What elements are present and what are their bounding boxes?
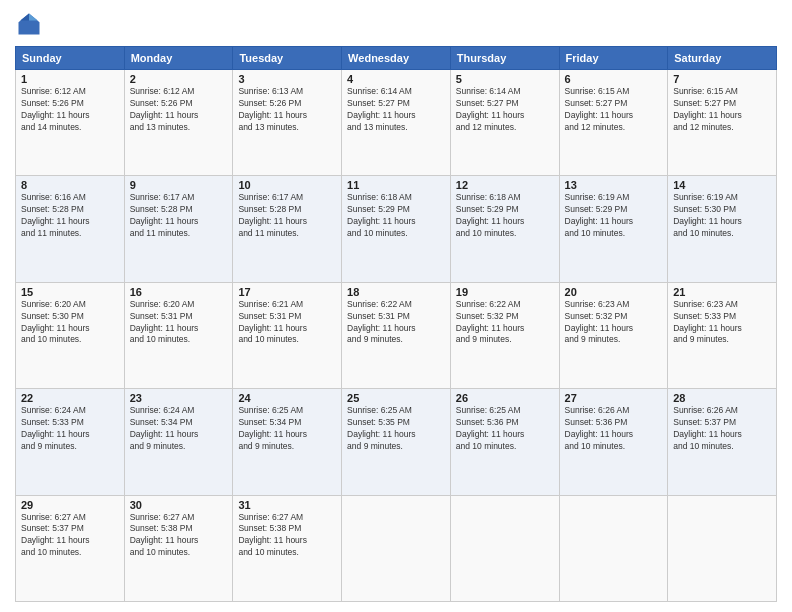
day-cell: 18Sunrise: 6:22 AMSunset: 5:31 PMDayligh… bbox=[342, 282, 451, 388]
day-number: 29 bbox=[21, 499, 119, 511]
day-cell: 20Sunrise: 6:23 AMSunset: 5:32 PMDayligh… bbox=[559, 282, 668, 388]
day-cell: 2Sunrise: 6:12 AMSunset: 5:26 PMDaylight… bbox=[124, 70, 233, 176]
week-row-2: 8Sunrise: 6:16 AMSunset: 5:28 PMDaylight… bbox=[16, 176, 777, 282]
day-cell: 28Sunrise: 6:26 AMSunset: 5:37 PMDayligh… bbox=[668, 389, 777, 495]
day-number: 7 bbox=[673, 73, 771, 85]
week-row-4: 22Sunrise: 6:24 AMSunset: 5:33 PMDayligh… bbox=[16, 389, 777, 495]
day-number: 21 bbox=[673, 286, 771, 298]
week-row-3: 15Sunrise: 6:20 AMSunset: 5:30 PMDayligh… bbox=[16, 282, 777, 388]
day-cell: 19Sunrise: 6:22 AMSunset: 5:32 PMDayligh… bbox=[450, 282, 559, 388]
day-number: 16 bbox=[130, 286, 228, 298]
day-info: Sunrise: 6:26 AMSunset: 5:37 PMDaylight:… bbox=[673, 405, 771, 453]
day-info: Sunrise: 6:15 AMSunset: 5:27 PMDaylight:… bbox=[565, 86, 663, 134]
day-info: Sunrise: 6:26 AMSunset: 5:36 PMDaylight:… bbox=[565, 405, 663, 453]
day-cell: 12Sunrise: 6:18 AMSunset: 5:29 PMDayligh… bbox=[450, 176, 559, 282]
day-cell bbox=[668, 495, 777, 601]
day-info: Sunrise: 6:15 AMSunset: 5:27 PMDaylight:… bbox=[673, 86, 771, 134]
logo bbox=[15, 10, 47, 38]
day-number: 9 bbox=[130, 179, 228, 191]
day-number: 6 bbox=[565, 73, 663, 85]
day-cell: 27Sunrise: 6:26 AMSunset: 5:36 PMDayligh… bbox=[559, 389, 668, 495]
day-info: Sunrise: 6:12 AMSunset: 5:26 PMDaylight:… bbox=[130, 86, 228, 134]
day-cell: 10Sunrise: 6:17 AMSunset: 5:28 PMDayligh… bbox=[233, 176, 342, 282]
day-number: 28 bbox=[673, 392, 771, 404]
day-cell: 31Sunrise: 6:27 AMSunset: 5:38 PMDayligh… bbox=[233, 495, 342, 601]
day-cell: 8Sunrise: 6:16 AMSunset: 5:28 PMDaylight… bbox=[16, 176, 125, 282]
day-info: Sunrise: 6:20 AMSunset: 5:31 PMDaylight:… bbox=[130, 299, 228, 347]
day-number: 27 bbox=[565, 392, 663, 404]
day-info: Sunrise: 6:17 AMSunset: 5:28 PMDaylight:… bbox=[238, 192, 336, 240]
column-header-monday: Monday bbox=[124, 47, 233, 70]
day-info: Sunrise: 6:24 AMSunset: 5:33 PMDaylight:… bbox=[21, 405, 119, 453]
day-number: 17 bbox=[238, 286, 336, 298]
day-info: Sunrise: 6:23 AMSunset: 5:32 PMDaylight:… bbox=[565, 299, 663, 347]
day-cell: 15Sunrise: 6:20 AMSunset: 5:30 PMDayligh… bbox=[16, 282, 125, 388]
day-number: 11 bbox=[347, 179, 445, 191]
day-cell: 24Sunrise: 6:25 AMSunset: 5:34 PMDayligh… bbox=[233, 389, 342, 495]
day-info: Sunrise: 6:22 AMSunset: 5:31 PMDaylight:… bbox=[347, 299, 445, 347]
day-number: 12 bbox=[456, 179, 554, 191]
column-header-friday: Friday bbox=[559, 47, 668, 70]
day-number: 19 bbox=[456, 286, 554, 298]
day-info: Sunrise: 6:16 AMSunset: 5:28 PMDaylight:… bbox=[21, 192, 119, 240]
day-info: Sunrise: 6:27 AMSunset: 5:38 PMDaylight:… bbox=[238, 512, 336, 560]
day-number: 22 bbox=[21, 392, 119, 404]
calendar-body: 1Sunrise: 6:12 AMSunset: 5:26 PMDaylight… bbox=[16, 70, 777, 602]
day-cell: 25Sunrise: 6:25 AMSunset: 5:35 PMDayligh… bbox=[342, 389, 451, 495]
day-cell bbox=[559, 495, 668, 601]
column-header-tuesday: Tuesday bbox=[233, 47, 342, 70]
day-number: 8 bbox=[21, 179, 119, 191]
day-info: Sunrise: 6:17 AMSunset: 5:28 PMDaylight:… bbox=[130, 192, 228, 240]
day-cell: 3Sunrise: 6:13 AMSunset: 5:26 PMDaylight… bbox=[233, 70, 342, 176]
day-cell: 4Sunrise: 6:14 AMSunset: 5:27 PMDaylight… bbox=[342, 70, 451, 176]
day-number: 1 bbox=[21, 73, 119, 85]
day-info: Sunrise: 6:25 AMSunset: 5:36 PMDaylight:… bbox=[456, 405, 554, 453]
day-number: 14 bbox=[673, 179, 771, 191]
day-number: 3 bbox=[238, 73, 336, 85]
week-row-5: 29Sunrise: 6:27 AMSunset: 5:37 PMDayligh… bbox=[16, 495, 777, 601]
day-cell bbox=[450, 495, 559, 601]
day-info: Sunrise: 6:18 AMSunset: 5:29 PMDaylight:… bbox=[347, 192, 445, 240]
day-number: 18 bbox=[347, 286, 445, 298]
column-header-sunday: Sunday bbox=[16, 47, 125, 70]
week-row-1: 1Sunrise: 6:12 AMSunset: 5:26 PMDaylight… bbox=[16, 70, 777, 176]
day-info: Sunrise: 6:23 AMSunset: 5:33 PMDaylight:… bbox=[673, 299, 771, 347]
logo-icon bbox=[15, 10, 43, 38]
day-cell: 22Sunrise: 6:24 AMSunset: 5:33 PMDayligh… bbox=[16, 389, 125, 495]
day-info: Sunrise: 6:27 AMSunset: 5:37 PMDaylight:… bbox=[21, 512, 119, 560]
day-number: 20 bbox=[565, 286, 663, 298]
day-number: 25 bbox=[347, 392, 445, 404]
day-number: 5 bbox=[456, 73, 554, 85]
day-info: Sunrise: 6:25 AMSunset: 5:34 PMDaylight:… bbox=[238, 405, 336, 453]
page: SundayMondayTuesdayWednesdayThursdayFrid… bbox=[0, 0, 792, 612]
svg-marker-1 bbox=[29, 14, 38, 21]
calendar: SundayMondayTuesdayWednesdayThursdayFrid… bbox=[15, 46, 777, 602]
day-cell: 17Sunrise: 6:21 AMSunset: 5:31 PMDayligh… bbox=[233, 282, 342, 388]
day-number: 23 bbox=[130, 392, 228, 404]
day-number: 10 bbox=[238, 179, 336, 191]
day-info: Sunrise: 6:20 AMSunset: 5:30 PMDaylight:… bbox=[21, 299, 119, 347]
day-cell: 26Sunrise: 6:25 AMSunset: 5:36 PMDayligh… bbox=[450, 389, 559, 495]
day-number: 2 bbox=[130, 73, 228, 85]
day-cell: 30Sunrise: 6:27 AMSunset: 5:38 PMDayligh… bbox=[124, 495, 233, 601]
column-header-thursday: Thursday bbox=[450, 47, 559, 70]
calendar-header-row: SundayMondayTuesdayWednesdayThursdayFrid… bbox=[16, 47, 777, 70]
day-cell: 16Sunrise: 6:20 AMSunset: 5:31 PMDayligh… bbox=[124, 282, 233, 388]
day-cell: 13Sunrise: 6:19 AMSunset: 5:29 PMDayligh… bbox=[559, 176, 668, 282]
day-number: 24 bbox=[238, 392, 336, 404]
day-number: 4 bbox=[347, 73, 445, 85]
day-info: Sunrise: 6:24 AMSunset: 5:34 PMDaylight:… bbox=[130, 405, 228, 453]
day-cell: 11Sunrise: 6:18 AMSunset: 5:29 PMDayligh… bbox=[342, 176, 451, 282]
day-number: 30 bbox=[130, 499, 228, 511]
day-cell: 21Sunrise: 6:23 AMSunset: 5:33 PMDayligh… bbox=[668, 282, 777, 388]
day-info: Sunrise: 6:25 AMSunset: 5:35 PMDaylight:… bbox=[347, 405, 445, 453]
day-info: Sunrise: 6:19 AMSunset: 5:30 PMDaylight:… bbox=[673, 192, 771, 240]
day-cell: 9Sunrise: 6:17 AMSunset: 5:28 PMDaylight… bbox=[124, 176, 233, 282]
day-info: Sunrise: 6:14 AMSunset: 5:27 PMDaylight:… bbox=[347, 86, 445, 134]
day-cell: 1Sunrise: 6:12 AMSunset: 5:26 PMDaylight… bbox=[16, 70, 125, 176]
header bbox=[15, 10, 777, 38]
day-info: Sunrise: 6:13 AMSunset: 5:26 PMDaylight:… bbox=[238, 86, 336, 134]
day-info: Sunrise: 6:18 AMSunset: 5:29 PMDaylight:… bbox=[456, 192, 554, 240]
day-info: Sunrise: 6:22 AMSunset: 5:32 PMDaylight:… bbox=[456, 299, 554, 347]
day-info: Sunrise: 6:14 AMSunset: 5:27 PMDaylight:… bbox=[456, 86, 554, 134]
